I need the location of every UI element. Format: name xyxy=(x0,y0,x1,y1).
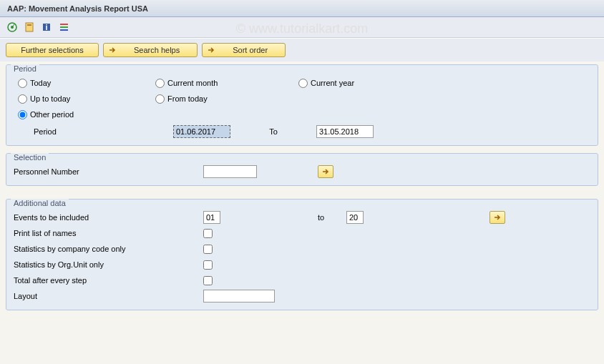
button-label: Sort order xyxy=(218,46,282,54)
to-label: To xyxy=(230,127,316,136)
sort-order-button[interactable]: Sort order xyxy=(202,43,286,57)
search-helps-button[interactable]: Search helps xyxy=(103,43,198,57)
svg-rect-4 xyxy=(27,24,31,26)
period-from-input[interactable] xyxy=(173,125,230,138)
info-icon[interactable]: i xyxy=(40,21,53,34)
further-selections-button[interactable]: Further selections xyxy=(6,43,99,57)
print-names-checkbox[interactable] xyxy=(203,229,213,238)
stats-company-checkbox[interactable] xyxy=(203,245,213,254)
svg-text:i: i xyxy=(45,23,47,31)
radio-other-period[interactable] xyxy=(18,110,27,119)
stats-company-label: Statistics by company code only xyxy=(14,245,203,253)
action-buttons: Further selections Search helps Sort ord… xyxy=(0,38,604,62)
title-bar: AAP: Movement Analysis Report USA xyxy=(0,0,604,17)
total-step-checkbox[interactable] xyxy=(203,276,213,285)
events-label: Events to be included xyxy=(14,213,203,222)
print-names-label: Print list of names xyxy=(14,229,203,237)
radio-current-year[interactable] xyxy=(298,79,308,88)
to-label: to xyxy=(318,213,346,222)
multiple-selection-button[interactable] xyxy=(318,165,333,178)
layout-input[interactable] xyxy=(203,290,275,302)
content-area: Period Today Current month Current year xyxy=(0,62,604,320)
variant-icon[interactable] xyxy=(23,21,36,34)
radio-current-month[interactable] xyxy=(155,79,165,88)
events-to-input[interactable] xyxy=(346,211,364,224)
radio-label[interactable]: Other period xyxy=(30,110,74,119)
radio-label[interactable]: Today xyxy=(30,79,51,87)
radio-label[interactable]: Current month xyxy=(167,79,218,87)
radio-label[interactable]: Current year xyxy=(311,79,354,87)
arrow-right-icon xyxy=(107,46,118,54)
radio-today[interactable] xyxy=(18,79,27,88)
arrow-right-icon xyxy=(205,46,217,54)
additional-data-group: Additional data Events to be included to… xyxy=(6,199,598,310)
events-from-input[interactable] xyxy=(203,211,220,224)
page-title: AAP: Movement Analysis Report USA xyxy=(7,4,148,13)
personnel-number-label: Personnel Number xyxy=(14,167,203,176)
radio-from-today[interactable] xyxy=(155,94,165,104)
toolbar: i xyxy=(0,17,604,38)
svg-rect-3 xyxy=(26,23,33,31)
period-to-input[interactable] xyxy=(316,125,374,138)
radio-label[interactable]: From today xyxy=(167,94,208,103)
execute-icon[interactable] xyxy=(6,21,19,34)
button-label: Search helps xyxy=(120,46,194,54)
group-label: Selection xyxy=(11,153,49,162)
total-step-label: Total after every step xyxy=(14,276,203,285)
multiple-selection-button[interactable] xyxy=(489,211,505,224)
selection-group: Selection Personnel Number xyxy=(6,153,598,186)
period-input-label: Period xyxy=(34,127,173,136)
radio-up-to-today[interactable] xyxy=(18,94,27,104)
stats-org-checkbox[interactable] xyxy=(203,260,213,270)
button-label: Further selections xyxy=(9,46,95,54)
personnel-number-input[interactable] xyxy=(203,165,257,178)
layout-label: Layout xyxy=(14,292,203,300)
group-label: Additional data xyxy=(11,199,69,207)
tree-icon[interactable] xyxy=(57,21,70,34)
period-group: Period Today Current month Current year xyxy=(6,64,598,146)
stats-org-label: Statistics by Org.Unit only xyxy=(14,260,203,269)
radio-label[interactable]: Up to today xyxy=(30,94,70,103)
group-label: Period xyxy=(11,64,39,73)
